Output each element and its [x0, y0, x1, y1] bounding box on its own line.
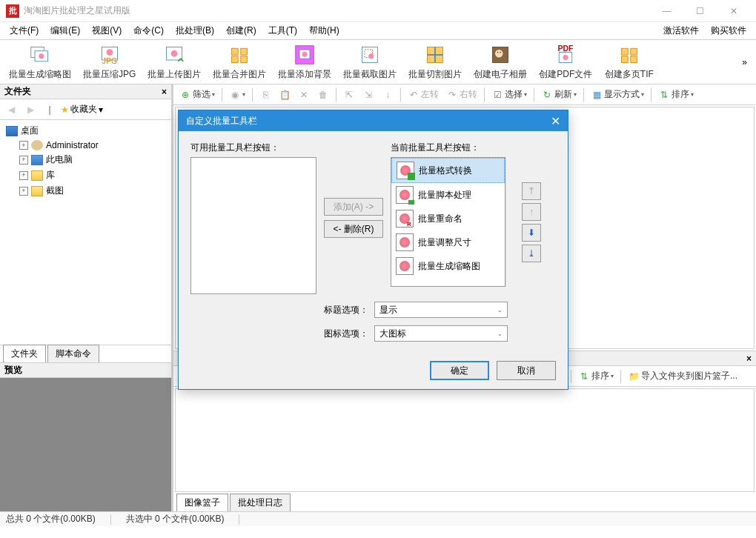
svg-rect-10	[232, 56, 239, 63]
rotate-left-icon: ↶	[408, 89, 420, 101]
dialog-close-button[interactable]: ✕	[551, 114, 560, 128]
circle-icon: ◉	[229, 89, 241, 101]
maximize-button[interactable]: ☐	[683, 0, 717, 22]
move1-button[interactable]: ⇱	[340, 87, 358, 102]
rotate-left-button[interactable]: ↶左转	[405, 87, 442, 102]
paste-button[interactable]: 📋	[276, 87, 294, 102]
tree-screenshot[interactable]: +截图	[16, 183, 168, 199]
expand-icon[interactable]: +	[19, 187, 28, 196]
title-option-select[interactable]: 显示⌄	[374, 302, 508, 318]
menu-file[interactable]: 文件(F)	[4, 23, 44, 39]
tool-merge[interactable]: 批量合并图片	[210, 42, 269, 82]
available-listbox[interactable]	[190, 157, 316, 294]
tool-thumbnail[interactable]: 批量生成缩略图	[6, 42, 74, 82]
tab-log[interactable]: 批处理日志	[230, 494, 291, 511]
img-icon	[397, 162, 414, 179]
expand-icon[interactable]: +	[19, 141, 28, 150]
tree-admin[interactable]: +Administrator	[16, 139, 168, 152]
dialog-titlebar[interactable]: 自定义批量工具栏 ✕	[179, 110, 568, 131]
scrollbar[interactable]	[505, 157, 517, 287]
star-icon: ★	[61, 104, 69, 115]
basket-body[interactable]	[175, 388, 755, 492]
trash-button[interactable]: 🗑	[314, 87, 332, 102]
tab-folder[interactable]: 文件夹	[3, 345, 46, 362]
refresh-button[interactable]: ↻刷新▾	[538, 87, 580, 102]
toolbar-large: 批量生成缩略图 JPG批量压缩JPG 批量上传图片 批量合并图片 批量添加背景 …	[0, 40, 756, 84]
sort-button[interactable]: ⇅排序▾	[655, 87, 697, 102]
ok-button[interactable]: 确定	[430, 361, 489, 380]
tool-upload[interactable]: 批量上传图片	[145, 42, 204, 82]
menu-view[interactable]: 视图(V)	[86, 23, 127, 39]
menu-help[interactable]: 帮助(H)	[303, 23, 345, 39]
expand-icon[interactable]: +	[19, 156, 28, 165]
toolbar-more-button[interactable]: »	[739, 54, 750, 70]
tool-album[interactable]: 创建电子相册	[471, 42, 530, 82]
move3-button[interactable]: ↓	[379, 87, 397, 102]
folder-panel-close[interactable]: ×	[162, 87, 167, 97]
buy-link[interactable]: 购买软件	[705, 23, 752, 39]
copy-icon: ⎘	[259, 89, 271, 101]
delete-button[interactable]: ✕	[295, 87, 313, 102]
svg-text:JPG: JPG	[102, 56, 116, 65]
tab-script[interactable]: 脚本命令	[47, 345, 99, 362]
list-item[interactable]: R批量重命名	[391, 207, 505, 230]
move-bottom-button[interactable]: ⤓	[522, 245, 541, 262]
list-item[interactable]: 批量格式转换	[391, 158, 505, 183]
folder-tree[interactable]: 桌面 +Administrator +此电脑 +库 +截图	[0, 120, 171, 345]
tool-tif[interactable]: 创建多页TIF	[601, 42, 657, 82]
tool-crop[interactable]: 批量截取图片	[340, 42, 399, 82]
nav-forward-button[interactable]: ▶	[22, 102, 39, 118]
sidebar: 文件夹 × ◀ ▶ | ★ 收藏夹 ▾ 桌面 +Administrator +此…	[0, 84, 173, 511]
action1-button[interactable]: ◉▾	[226, 87, 248, 102]
close-button[interactable]: ✕	[717, 0, 750, 22]
menu-edit[interactable]: 编辑(E)	[44, 23, 86, 39]
tree-desktop[interactable]: 桌面	[3, 123, 168, 139]
list-item[interactable]: 批量调整尺寸	[391, 230, 505, 254]
svg-rect-8	[232, 48, 239, 55]
menu-tools[interactable]: 工具(T)	[262, 23, 303, 39]
folder-icon	[31, 186, 43, 196]
tree-pc[interactable]: +此电脑	[16, 152, 168, 167]
cancel-button[interactable]: 取消	[497, 361, 556, 380]
select-button[interactable]: ☑选择▾	[488, 87, 530, 102]
svg-point-4	[106, 49, 113, 56]
icon-option-select[interactable]: 大图标⌄	[374, 325, 508, 342]
slice-icon	[423, 44, 447, 67]
menu-batch[interactable]: 批处理(B)	[170, 23, 220, 39]
tool-slice[interactable]: 批量切割图片	[405, 42, 465, 82]
jpg-icon: JPG	[98, 44, 122, 67]
svg-point-27	[563, 55, 568, 60]
move-up-button[interactable]: ↑	[522, 203, 541, 221]
nav-back-button[interactable]: ◀	[3, 102, 19, 118]
current-listbox[interactable]: 批量格式转换 批量脚本处理 R批量重命名 批量调整尺寸 批量生成缩略图	[391, 157, 505, 287]
sidebar-tabs: 文件夹 脚本命令	[0, 345, 171, 362]
favorites-dropdown[interactable]: ★ 收藏夹 ▾	[61, 103, 103, 116]
tool-jpg[interactable]: JPG批量压缩JPG	[80, 42, 139, 82]
move-top-button[interactable]: ⤒	[522, 182, 541, 200]
display-button[interactable]: ▦显示方式▾	[588, 87, 647, 102]
menu-create[interactable]: 创建(R)	[220, 23, 262, 39]
list-item[interactable]: 批量脚本处理	[391, 183, 505, 207]
move2-button[interactable]: ⇲	[359, 87, 377, 102]
add-button[interactable]: 添加(A) ->	[324, 198, 383, 216]
tool-background[interactable]: 批量添加背景	[275, 42, 334, 82]
move-down-button[interactable]: ⬇	[522, 224, 541, 242]
b-sort-button[interactable]: ⇅排序▾	[575, 368, 617, 384]
img-icon	[396, 186, 414, 204]
rotate-right-button[interactable]: ↷右转	[443, 87, 480, 102]
pc-icon	[31, 155, 43, 165]
filter-button[interactable]: ⊕筛选▾	[176, 87, 218, 102]
tool-pdf[interactable]: PDF创建PDF文件	[536, 42, 595, 82]
tab-basket[interactable]: 图像篮子	[176, 494, 228, 511]
remove-button[interactable]: <- 删除(R)	[324, 220, 383, 238]
copy-button[interactable]: ⎘	[256, 87, 274, 102]
expand-icon[interactable]: +	[19, 171, 28, 180]
basket-close[interactable]: ×	[746, 353, 752, 364]
tree-lib[interactable]: +库	[16, 167, 168, 183]
import-folder-button[interactable]: 📁导入文件夹到图片篮子...	[625, 368, 740, 384]
dialog-title-text: 自定义批量工具栏	[186, 115, 257, 127]
activate-link[interactable]: 激活软件	[657, 23, 705, 39]
menu-command[interactable]: 命令(C)	[127, 23, 170, 39]
minimize-button[interactable]: —	[650, 0, 683, 22]
list-item[interactable]: 批量生成缩略图	[391, 254, 505, 278]
